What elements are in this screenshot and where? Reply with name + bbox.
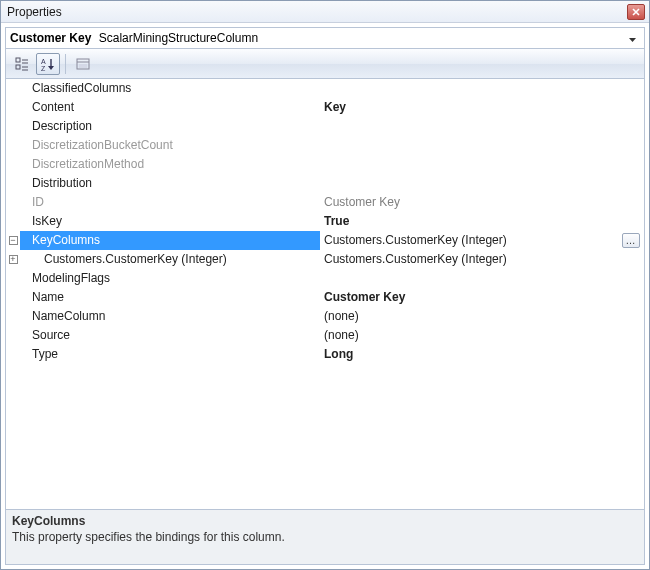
property-row-Name[interactable]: NameCustomer Key — [6, 288, 644, 307]
toolbar: A Z — [5, 49, 645, 79]
property-label: ModelingFlags — [20, 269, 320, 288]
property-label: ID — [20, 193, 320, 212]
window-title: Properties — [7, 5, 62, 19]
ellipsis-button[interactable]: … — [622, 233, 640, 248]
property-label: DiscretizationMethod — [20, 155, 320, 174]
row-gutter — [6, 345, 20, 364]
property-value[interactable]: Customer Key — [320, 193, 644, 212]
property-row-KeyColumns[interactable]: −KeyColumnsCustomers.CustomerKey (Intege… — [6, 231, 644, 250]
expand-icon[interactable]: + — [9, 255, 18, 264]
sort-alpha-icon: A Z — [41, 57, 55, 71]
object-selector[interactable]: Customer Key ScalarMiningStructureColumn — [5, 27, 645, 49]
property-value-text: Customer Key — [324, 288, 405, 307]
row-gutter[interactable]: − — [6, 231, 20, 250]
row-gutter — [6, 288, 20, 307]
row-gutter — [6, 98, 20, 117]
property-label: Name — [20, 288, 320, 307]
property-row-DiscretizationBucketCount[interactable]: DiscretizationBucketCount — [6, 136, 644, 155]
property-row-Distribution[interactable]: Distribution — [6, 174, 644, 193]
property-row-Description[interactable]: Description — [6, 117, 644, 136]
property-value-text: (none) — [324, 307, 359, 326]
property-value[interactable] — [320, 155, 644, 174]
property-value-text: Customer Key — [324, 193, 400, 212]
property-label: ClassifiedColumns — [20, 79, 320, 98]
property-label: KeyColumns — [20, 231, 320, 250]
description-text: This property specifies the bindings for… — [12, 530, 638, 544]
property-value[interactable]: Customers.CustomerKey (Integer)… — [320, 231, 644, 250]
property-grid[interactable]: ClassifiedColumnsContentKeyDescriptionDi… — [5, 79, 645, 510]
property-value[interactable] — [320, 269, 644, 288]
svg-rect-1 — [16, 65, 20, 69]
property-row-DiscretizationMethod[interactable]: DiscretizationMethod — [6, 155, 644, 174]
property-label: Type — [20, 345, 320, 364]
property-label: IsKey — [20, 212, 320, 231]
close-icon — [632, 8, 640, 16]
property-label: NameColumn — [20, 307, 320, 326]
property-row-Type[interactable]: TypeLong — [6, 345, 644, 364]
row-gutter — [6, 326, 20, 345]
property-value-text: Customers.CustomerKey (Integer) — [324, 250, 507, 269]
property-value-text: True — [324, 212, 349, 231]
svg-text:Z: Z — [41, 65, 46, 71]
property-row-ModelingFlags[interactable]: ModelingFlags — [6, 269, 644, 288]
property-value-text: Long — [324, 345, 353, 364]
alphabetical-button[interactable]: A Z — [36, 53, 60, 75]
object-dropdown-arrow[interactable] — [624, 31, 640, 45]
property-label: DiscretizationBucketCount — [20, 136, 320, 155]
property-value[interactable]: Customers.CustomerKey (Integer) — [320, 250, 644, 269]
property-label: Source — [20, 326, 320, 345]
object-name: Customer Key — [10, 31, 91, 45]
property-row-Content[interactable]: ContentKey — [6, 98, 644, 117]
row-gutter — [6, 79, 20, 98]
description-panel: KeyColumns This property specifies the b… — [5, 510, 645, 565]
property-value-text: (none) — [324, 326, 359, 345]
property-value[interactable]: Long — [320, 345, 644, 364]
toolbar-separator — [65, 54, 66, 74]
property-value[interactable]: (none) — [320, 326, 644, 345]
row-gutter — [6, 174, 20, 193]
property-value[interactable] — [320, 79, 644, 98]
title-bar: Properties — [1, 1, 649, 23]
row-gutter — [6, 307, 20, 326]
property-pages-button[interactable] — [71, 53, 95, 75]
property-value[interactable] — [320, 174, 644, 193]
row-gutter — [6, 212, 20, 231]
close-button[interactable] — [627, 4, 645, 20]
row-gutter — [6, 155, 20, 174]
property-row-Source[interactable]: Source(none) — [6, 326, 644, 345]
property-value[interactable]: Customer Key — [320, 288, 644, 307]
row-gutter[interactable]: + — [6, 250, 20, 269]
property-label: Customers.CustomerKey (Integer) — [20, 250, 320, 269]
collapse-icon[interactable]: − — [9, 236, 18, 245]
svg-text:A: A — [41, 58, 46, 65]
property-value[interactable] — [320, 136, 644, 155]
property-value-text: Key — [324, 98, 346, 117]
row-gutter — [6, 193, 20, 212]
property-row-KeyColumns.0[interactable]: +Customers.CustomerKey (Integer)Customer… — [6, 250, 644, 269]
categorized-icon — [15, 57, 29, 71]
property-value[interactable]: (none) — [320, 307, 644, 326]
chevron-down-icon — [629, 38, 636, 42]
row-gutter — [6, 136, 20, 155]
object-type: ScalarMiningStructureColumn — [99, 31, 258, 45]
property-label: Distribution — [20, 174, 320, 193]
property-row-NameColumn[interactable]: NameColumn(none) — [6, 307, 644, 326]
property-label: Content — [20, 98, 320, 117]
property-pages-icon — [76, 57, 90, 71]
property-value[interactable]: True — [320, 212, 644, 231]
property-label: Description — [20, 117, 320, 136]
row-gutter — [6, 269, 20, 288]
property-value[interactable]: Key — [320, 98, 644, 117]
property-row-ClassifiedColumns[interactable]: ClassifiedColumns — [6, 79, 644, 98]
description-title: KeyColumns — [12, 514, 638, 528]
categorized-button[interactable] — [10, 53, 34, 75]
svg-rect-0 — [16, 58, 20, 62]
property-row-IsKey[interactable]: IsKeyTrue — [6, 212, 644, 231]
row-gutter — [6, 117, 20, 136]
property-row-ID[interactable]: IDCustomer Key — [6, 193, 644, 212]
property-value[interactable] — [320, 117, 644, 136]
property-value-text: Customers.CustomerKey (Integer) — [324, 231, 507, 250]
